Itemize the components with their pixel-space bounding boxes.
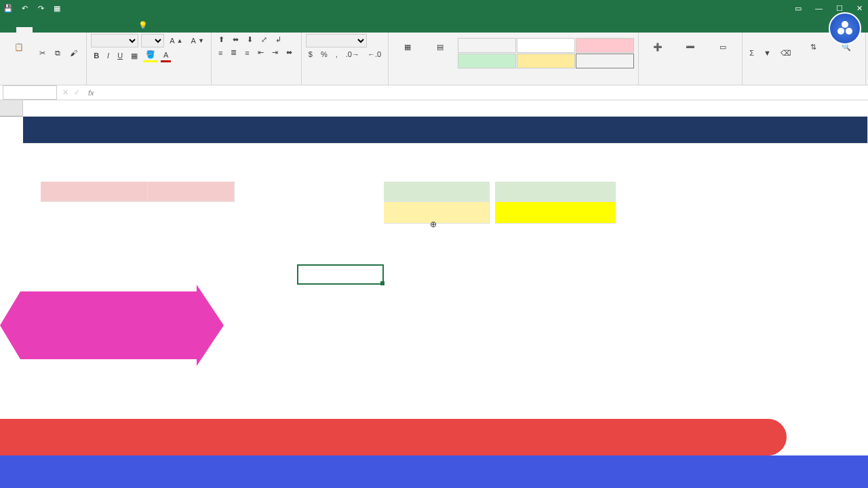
lookup-result-cell[interactable] (495, 202, 616, 224)
conditional-formatting-button[interactable]: ▦ (393, 33, 422, 73)
paste-icon: 📋 (9, 43, 28, 62)
fill-button[interactable]: ▼ (761, 47, 776, 58)
cancel-icon[interactable]: ✕ (60, 88, 71, 97)
align-center-button[interactable]: ≣ (228, 47, 239, 58)
font-name-select[interactable] (91, 34, 138, 47)
maximize-icon[interactable]: ☐ (833, 4, 846, 13)
group-font: A▲ A▼ B I U ▦ 🪣 A (87, 33, 212, 85)
row-headers[interactable] (0, 117, 23, 435)
percent-button[interactable]: % (318, 49, 330, 60)
fill-icon: ▼ (764, 49, 771, 57)
tab-file[interactable] (0, 27, 16, 33)
active-cell-outline (297, 264, 384, 285)
redo-icon[interactable]: ↷ (35, 4, 46, 13)
table-icon: ▤ (431, 43, 450, 62)
font-size-select[interactable] (141, 34, 164, 47)
indent-dec-button[interactable]: ⇤ (255, 47, 267, 58)
tab-insert[interactable] (33, 27, 49, 33)
bold-button[interactable]: B (91, 50, 102, 61)
clear-icon: ⌫ (781, 49, 791, 58)
align-right-button[interactable]: ≡ (242, 47, 252, 58)
minimize-icon[interactable]: — (812, 4, 825, 12)
style-neutral[interactable] (517, 54, 575, 68)
find-icon: 🔍 (837, 43, 856, 62)
group-clipboard: 📋 ✂ ⧉ 🖌 (0, 33, 87, 85)
group-styles: ▦ ▤ (389, 33, 639, 85)
copy-button[interactable]: ⧉ (52, 47, 65, 59)
tellme-search[interactable]: 💡 (130, 18, 156, 33)
tab-review[interactable] (98, 27, 114, 33)
header-cov-right (495, 182, 616, 202)
format-icon: ▭ (713, 43, 732, 62)
align-top-button[interactable]: ⬆ (216, 34, 227, 45)
italic-button[interactable]: I (104, 50, 112, 61)
red-banner (0, 419, 787, 455)
close-icon[interactable]: ✕ (854, 4, 865, 13)
align-middle-button[interactable]: ⬌ (230, 34, 241, 45)
cell-styles-gallery[interactable] (458, 38, 634, 68)
undo-icon[interactable]: ↶ (19, 4, 30, 13)
wrap-text-button[interactable]: ↲ (273, 34, 286, 45)
insert-cells-button[interactable]: ➕ (643, 33, 673, 73)
cut-button[interactable]: ✂ (37, 47, 50, 59)
qat-misc-icon[interactable]: ▦ (52, 4, 62, 13)
window-controls: ▭ — ☐ ✕ (792, 4, 865, 13)
group-alignment: ⬆ ⬌ ⬇ ⤢ ↲ ≡ ≣ ≡ ⇤ ⇥ ⬌ (212, 33, 302, 85)
tab-home[interactable] (16, 27, 33, 33)
tab-formulas[interactable] (65, 27, 81, 33)
save-icon[interactable]: 💾 (3, 4, 14, 13)
delete-cells-button[interactable]: ➖ (675, 33, 705, 73)
border-button[interactable]: ▦ (128, 50, 140, 62)
orientation-button[interactable]: ⤢ (258, 34, 270, 45)
merge-center-button[interactable]: ⬌ (283, 47, 297, 58)
fill-color-button[interactable]: 🪣 (143, 49, 158, 62)
comma-button[interactable]: , (333, 49, 340, 60)
svg-point-1 (837, 28, 844, 35)
underline-button[interactable]: U (115, 50, 125, 61)
paste-button[interactable]: 📋 (4, 33, 34, 73)
autosum-button[interactable]: Σ (747, 47, 759, 58)
lookup-state-cell[interactable] (384, 202, 490, 224)
ribbon: 📋 ✂ ⧉ 🖌 A▲ A▼ B I U ▦ 🪣 A (0, 33, 868, 85)
tab-view[interactable] (114, 27, 130, 33)
style-calculation[interactable] (576, 54, 634, 68)
worksheet-grid[interactable]: ⊕ (0, 100, 868, 435)
inc-decimal-button[interactable]: .0→ (343, 49, 362, 60)
align-left-button[interactable]: ≡ (216, 47, 225, 58)
format-painter-button[interactable]: 🖌 (67, 47, 82, 58)
tab-pagelayout[interactable] (49, 27, 65, 33)
sort-icon: ⇅ (804, 43, 823, 62)
quick-access-toolbar: 💾 ↶ ↷ ▦ (3, 4, 62, 13)
ribbon-options-icon[interactable]: ▭ (792, 4, 804, 13)
dec-decimal-button[interactable]: ←.0 (365, 49, 384, 60)
title-cell (23, 117, 868, 144)
cond-fmt-icon: ▦ (398, 43, 417, 62)
formula-input[interactable] (100, 86, 868, 99)
formula-bar: ✕ ✓ fx (0, 85, 868, 100)
name-box[interactable] (3, 85, 57, 100)
header-state-right (384, 182, 490, 202)
style-bad[interactable] (576, 38, 634, 53)
format-as-table-button[interactable]: ▤ (425, 33, 455, 73)
style-good[interactable] (458, 54, 516, 68)
indent-inc-button[interactable]: ⇥ (269, 47, 281, 58)
fx-icon[interactable]: fx (83, 89, 100, 97)
vlookup-callout (20, 291, 197, 359)
style-normal2[interactable] (458, 38, 516, 53)
grow-font-button[interactable]: A▲ (167, 35, 185, 46)
format-cells-button[interactable]: ▭ (708, 33, 738, 73)
group-label (393, 82, 634, 85)
font-color-button[interactable]: A (161, 49, 171, 62)
cells-area[interactable]: ⊕ (23, 117, 868, 435)
align-bottom-button[interactable]: ⬇ (244, 34, 256, 45)
number-format-select[interactable] (306, 34, 367, 47)
accounting-button[interactable]: $ (306, 49, 315, 60)
tab-data[interactable] (81, 27, 98, 33)
shrink-font-button[interactable]: A▼ (189, 35, 207, 46)
style-normal[interactable] (517, 38, 575, 53)
sort-filter-button[interactable]: ⇅ (799, 33, 829, 73)
select-all-corner[interactable] (0, 100, 23, 117)
enter-icon[interactable]: ✓ (71, 88, 83, 97)
clear-button[interactable]: ⌫ (778, 47, 796, 59)
svg-point-2 (846, 28, 852, 35)
